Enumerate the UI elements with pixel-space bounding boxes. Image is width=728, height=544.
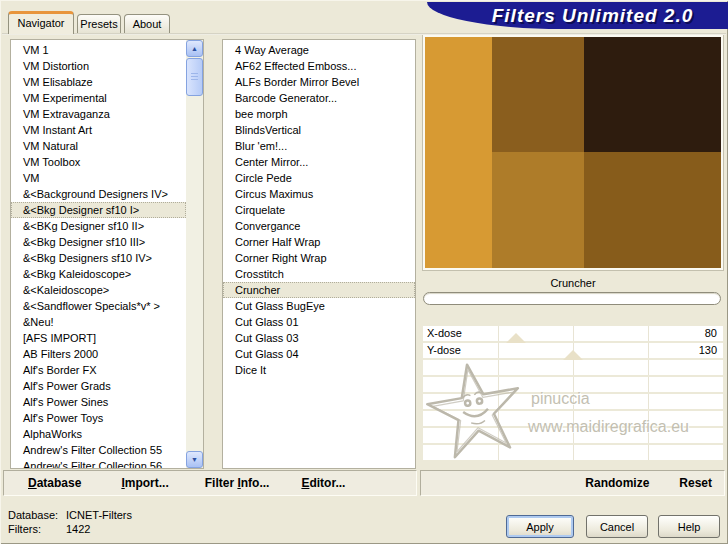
category-item[interactable]: Alf's Border FX [11,362,186,378]
menu-filter-info[interactable]: Filter Info... [205,476,270,490]
filter-item[interactable]: Convergance [223,218,415,234]
filter-item[interactable]: Blur 'em!... [223,138,415,154]
category-item[interactable]: &<Bkg Kaleidoscope> [11,266,186,282]
slider-tick [648,394,649,409]
tab-presets[interactable]: Presets [77,14,121,34]
tab-content-divider [2,33,726,35]
filter-item[interactable]: Corner Right Wrap [223,250,415,266]
category-list: VM 1VM DistortionVM ElisablazeVM Experim… [10,39,204,469]
slider-tick [648,411,649,426]
category-item[interactable]: VM Toolbox [11,154,186,170]
cancel-button[interactable]: Cancel [586,515,648,538]
category-item[interactable]: VM Elisablaze [11,74,186,90]
help-button[interactable]: Help [658,515,720,538]
category-item[interactable]: Alf's Power Toys [11,410,186,426]
category-item[interactable]: AB Filters 2000 [11,346,186,362]
filter-item[interactable]: ALFs Border Mirror Bevel [223,74,415,90]
filter-item[interactable]: Circus Maximus [223,186,415,202]
slider-tick [498,394,499,409]
status-value: 1422 [66,523,90,535]
filter-item[interactable]: Center Mirror... [223,154,415,170]
filter-item[interactable]: Barcode Generator... [223,90,415,106]
tab-about[interactable]: About [124,14,170,34]
slider-tick [573,360,574,375]
toolbar-right: RandomizeReset [420,470,725,496]
filter-item[interactable]: Crosstitch [223,266,415,282]
preview-block [492,37,584,152]
menu-import[interactable]: Import... [121,476,168,490]
scroll-thumb[interactable] [186,58,203,96]
preview-block [492,152,584,268]
status-database: Database:ICNET-Filters [8,508,132,522]
category-item[interactable]: &<BKg Designer sf10 II> [11,218,186,234]
filter-item[interactable]: Cut Glass 03 [223,330,415,346]
menu-editor[interactable]: Editor... [301,476,345,490]
category-item[interactable]: &<Kaleidoscope> [11,282,186,298]
slider-row-x-dose[interactable]: X-dose80 [423,326,723,341]
selected-filter-label: Cruncher [423,277,723,289]
slider-tick [498,360,499,375]
category-item-selected[interactable]: &<Bkg Designer sf10 I> [11,202,186,218]
category-item[interactable]: VM Natural [11,138,186,154]
filter-item[interactable]: Corner Half Wrap [223,234,415,250]
filter-item[interactable]: Cirquelate [223,202,415,218]
category-item[interactable]: AlphaWorks [11,426,186,442]
filters-unlimited-dialog: Filters Unlimited 2.0 Navigator Presets … [0,0,728,544]
scroll-up-icon[interactable]: ▲ [186,40,203,57]
category-item[interactable]: VM 1 [11,42,186,58]
slider-row-empty [423,445,723,460]
category-item[interactable]: VM [11,170,186,186]
category-item[interactable]: &<Sandflower Specials*v* > [11,298,186,314]
filter-item[interactable]: Cut Glass BugEye [223,298,415,314]
category-item[interactable]: Alf's Power Sines [11,394,186,410]
category-item[interactable]: &<Background Designers IV> [11,186,186,202]
menu-randomize[interactable]: Randomize [585,476,649,490]
category-item[interactable]: Andrew's Filter Collection 56 [11,458,186,468]
slider-value: 80 [705,326,717,341]
slider-tick [573,428,574,443]
filter-item[interactable]: bee morph [223,106,415,122]
tab-navigator[interactable]: Navigator [8,11,74,34]
status-value: ICNET-Filters [66,509,132,521]
slider-row-empty [423,360,723,375]
category-item[interactable]: VM Instant Art [11,122,186,138]
slider-row-empty [423,377,723,392]
filter-item[interactable]: AF62 Effected Emboss... [223,58,415,74]
category-scrollbar[interactable]: ▲ ▼ [186,40,203,468]
filter-item[interactable]: Circle Pede [223,170,415,186]
category-item[interactable]: VM Extravaganza [11,106,186,122]
status-filters: Filters:1422 [8,522,132,536]
filter-preview[interactable] [423,35,723,270]
filter-item[interactable]: Cut Glass 04 [223,346,415,362]
filter-item-selected[interactable]: Cruncher [223,282,415,298]
category-item[interactable]: &<Bkg Designer sf10 III> [11,234,186,250]
slider-tick [573,326,574,341]
filter-item[interactable]: Dice It [223,362,415,378]
slider-tick [573,394,574,409]
menu-database[interactable]: Database [28,476,81,490]
menu-reset[interactable]: Reset [679,476,712,490]
tab-label: About [133,18,162,30]
category-item[interactable]: &<Bkg Designers sf10 IV> [11,250,186,266]
apply-button[interactable]: Apply [506,515,574,538]
status-label: Database: [8,508,66,522]
slider-row-y-dose[interactable]: Y-dose130 [423,343,723,358]
slider-row-empty [423,411,723,426]
category-item[interactable]: VM Distortion [11,58,186,74]
category-item[interactable]: VM Experimental [11,90,186,106]
slider-panel: X-dose80Y-dose130 [423,326,723,462]
category-item[interactable]: &Neu! [11,314,186,330]
category-item[interactable]: [AFS IMPORT] [11,330,186,346]
filter-item[interactable]: Cut Glass 01 [223,314,415,330]
slider-tick [648,326,649,341]
status-area: Database:ICNET-Filters Filters:1422 [8,508,132,536]
category-item[interactable]: Andrew's Filter Collection 55 [11,442,186,458]
scroll-down-icon[interactable]: ▼ [186,451,203,468]
slider-tick [498,343,499,358]
slider-tick [573,377,574,392]
slider-tick [498,377,499,392]
filter-item[interactable]: BlindsVertical [223,122,415,138]
filter-item[interactable]: 4 Way Average [223,42,415,58]
title-banner: Filters Unlimited 2.0 [427,2,728,29]
category-item[interactable]: Alf's Power Grads [11,378,186,394]
